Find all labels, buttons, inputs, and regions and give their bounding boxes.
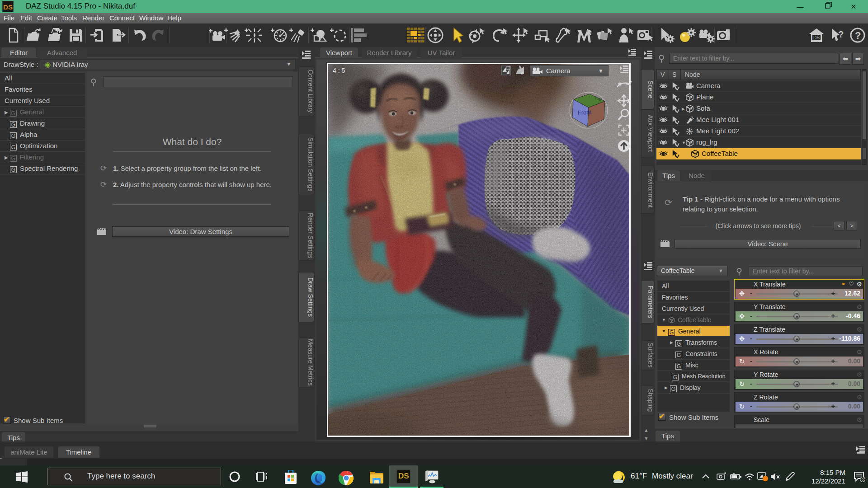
svg-text:Front: Front <box>577 108 592 116</box>
svg-text:2: 2 <box>862 478 864 482</box>
svg-text:?: ? <box>855 30 861 41</box>
svg-text:DS: DS <box>813 35 820 40</box>
svg-text:Top: Top <box>594 95 602 101</box>
svg-text:?: ? <box>838 29 844 39</box>
